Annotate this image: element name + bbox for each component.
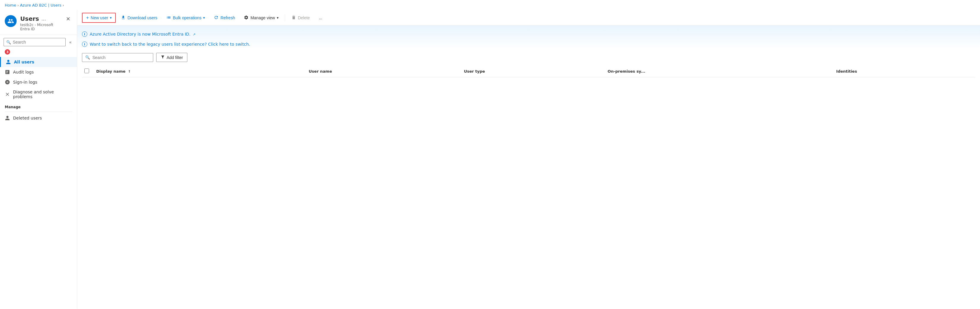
new-user-button[interactable]: + New user ▾ [82,13,116,23]
table-header: Display name ↑ User name User type On-pr… [82,65,975,78]
diagnose-icon [5,92,10,97]
bulk-operations-label: Bulk operations [173,16,202,20]
breadcrumb-home[interactable]: Home [5,3,16,8]
badge-area: 3 [0,49,77,56]
sidebar-header: Users ... testb2c - Microsoft Entra ID ✕ [0,10,77,35]
delete-button[interactable]: Delete [288,13,313,23]
sidebar-avatar-icon [5,15,17,27]
deleted-users-icon [5,116,10,121]
new-user-dropdown-icon: ▾ [110,16,112,20]
main-layout: Users ... testb2c - Microsoft Entra ID ✕… [0,10,980,309]
sidebar-item-label-audit-logs: Audit logs [13,70,34,74]
sidebar-section-manage: Manage [0,101,77,110]
more-options-button[interactable]: ... [315,13,326,22]
delete-label: Delete [298,16,310,20]
manage-view-button[interactable]: Manage view ▾ [240,13,282,23]
legacy-banner-link[interactable]: Want to switch back to the legacy users … [90,42,250,46]
manage-view-label: Manage view [250,16,275,20]
sidebar-search-container: 🔍 « [0,35,77,49]
th-on-premises[interactable]: On-premises sy... [604,65,833,78]
sidebar-title-area: Users ... testb2c - Microsoft Entra ID [20,15,60,31]
sidebar-item-label-deleted-users: Deleted users [13,116,42,120]
info-icon-legacy: i [82,41,87,47]
info-icon-entra: i [82,32,87,37]
breadcrumb-sep-2: › [63,3,64,8]
info-banner-container: i Azure Active Directory is now Microsof… [77,25,980,49]
table-search-input[interactable] [92,55,150,60]
filter-bar: 🔍 Add filter [77,49,980,65]
sidebar: Users ... testb2c - Microsoft Entra ID ✕… [0,10,77,309]
th-identities-label: Identities [836,69,857,73]
download-icon [121,15,126,21]
th-identities[interactable]: Identities [833,65,975,78]
download-users-button[interactable]: Download users [117,13,161,23]
close-button[interactable]: ✕ [64,15,72,22]
more-icon: ... [319,16,322,20]
sidebar-item-all-users[interactable]: All users [0,57,77,67]
breadcrumb-sep-1: › [17,3,19,8]
users-table: Display name ↑ User name User type On-pr… [82,65,975,78]
content-area: + New user ▾ Download users Bulk o [77,10,980,309]
sidebar-ellipsis-btn[interactable]: ... [41,16,46,22]
sidebar-search-icon: 🔍 [6,40,11,44]
table-search-icon: 🔍 [85,55,90,60]
add-filter-button[interactable]: Add filter [156,53,188,62]
sidebar-item-label-all-users: All users [14,60,34,64]
sidebar-title-text: Users [20,15,39,22]
bulk-ops-dropdown-icon: ▾ [203,16,205,20]
all-users-icon [6,59,11,65]
sidebar-item-label-sign-in-logs: Sign-in logs [13,80,37,84]
users-icon [8,18,14,24]
new-user-label: New user [91,16,108,20]
manage-view-dropdown-icon: ▾ [277,16,278,20]
th-checkbox [82,65,93,78]
filter-icon [161,55,165,60]
th-on-premises-label: On-premises sy... [608,69,645,73]
sidebar-subtitle: testb2c - Microsoft Entra ID [20,23,60,31]
external-link-icon: ↗ [193,33,196,36]
manage-view-icon [244,15,248,21]
refresh-icon [214,15,219,21]
th-display-name-label: Display name [96,69,126,73]
delete-icon [291,15,296,21]
plus-icon: + [86,15,89,21]
select-all-checkbox[interactable] [84,68,89,73]
th-user-name[interactable]: User name [305,65,461,78]
refresh-button[interactable]: Refresh [210,13,239,23]
info-banner-entra: i Azure Active Directory is now Microsof… [82,29,975,39]
sidebar-item-deleted-users[interactable]: Deleted users [0,113,77,123]
entra-id-banner-link[interactable]: Azure Active Directory is now Microsoft … [90,32,196,36]
users-table-container: Display name ↑ User name User type On-pr… [77,65,980,309]
sidebar-title: Users ... [20,15,60,22]
add-filter-label: Add filter [167,55,183,60]
th-user-type[interactable]: User type [460,65,604,78]
bulk-ops-icon [166,15,171,21]
sidebar-item-sign-in-logs[interactable]: Sign-in logs [0,77,77,87]
toolbar: + New user ▾ Download users Bulk o [77,10,980,25]
download-users-label: Download users [127,16,157,20]
badge-number: 3 [5,49,10,55]
th-display-name[interactable]: Display name ↑ [93,65,305,78]
breadcrumb: Home › Azure AD B2C | Users › [0,0,980,10]
sidebar-item-diagnose[interactable]: Diagnose and solve problems [0,87,77,101]
breadcrumb-users[interactable]: Azure AD B2C | Users [20,3,62,8]
sidebar-collapse-button[interactable]: « [67,38,73,46]
th-user-type-label: User type [464,69,485,73]
sign-in-logs-icon [5,79,10,85]
audit-logs-icon [5,70,10,75]
table-search-box[interactable]: 🔍 [82,53,153,62]
sidebar-nav: All users Audit logs Sign-in logs [0,56,77,124]
info-banner-legacy: i Want to switch back to the legacy user… [82,39,975,49]
app-container: Home › Azure AD B2C | Users › Users ... [0,0,980,309]
sidebar-item-audit-logs[interactable]: Audit logs [0,67,77,77]
bulk-operations-button[interactable]: Bulk operations ▾ [162,13,209,23]
sidebar-search-box[interactable]: 🔍 [3,38,66,46]
sidebar-divider [5,111,72,112]
refresh-label: Refresh [220,16,235,20]
sidebar-search-input[interactable] [13,40,63,44]
sort-icon-display-name: ↑ [128,70,130,73]
sidebar-item-label-diagnose: Diagnose and solve problems [13,90,72,99]
th-user-name-label: User name [309,69,332,73]
